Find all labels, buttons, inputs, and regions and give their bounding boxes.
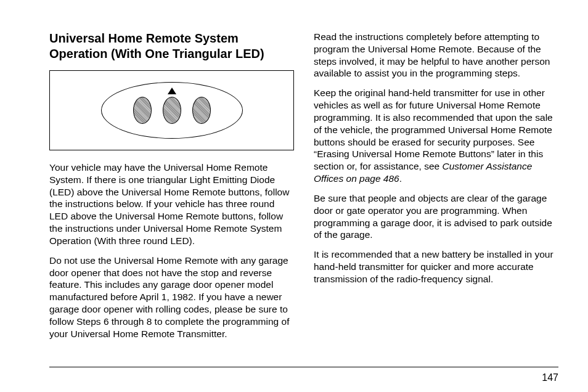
page-number: 147	[542, 372, 558, 383]
right-para-1: Read the instructions completely before …	[314, 31, 558, 80]
content-columns: Universal Home Remote System Operation (…	[49, 31, 558, 348]
right-para-4: It is recommended that a new battery be …	[314, 248, 558, 285]
remote-oval	[101, 82, 243, 139]
left-para-2: Do not use the Universal Home Remote wit…	[49, 255, 294, 340]
footer-rule	[49, 367, 558, 367]
right-para-2b: .	[399, 173, 402, 184]
right-para-2a: Keep the original hand-held transmitter …	[314, 88, 553, 171]
remote-button-3	[192, 97, 211, 124]
right-para-3: Be sure that people and objects are clea…	[314, 192, 558, 241]
right-column: Read the instructions completely before …	[314, 31, 558, 348]
left-column: Universal Home Remote System Operation (…	[49, 31, 294, 348]
remote-button-1	[133, 97, 152, 124]
left-para-1: Your vehicle may have the Universal Home…	[49, 161, 294, 247]
remote-button-2	[163, 97, 181, 124]
section-heading: Universal Home Remote System Operation (…	[49, 31, 294, 62]
right-para-2: Keep the original hand-held transmitter …	[314, 87, 558, 185]
triangle-led-icon	[168, 88, 176, 94]
remote-illustration	[49, 70, 294, 150]
